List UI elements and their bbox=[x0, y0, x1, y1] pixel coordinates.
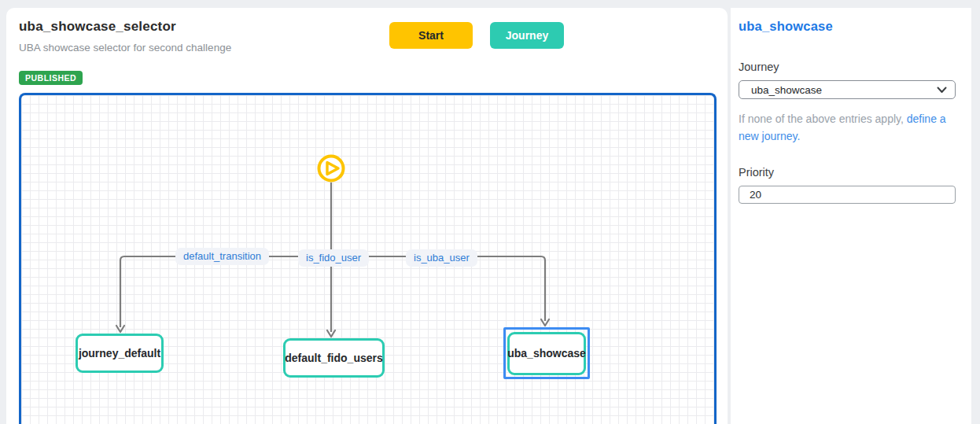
panel-title: uba_showcase bbox=[739, 19, 956, 34]
edge-label-default-transition[interactable]: default_transition bbox=[175, 248, 269, 265]
status-badge: PUBLISHED bbox=[19, 71, 83, 85]
journey-button[interactable]: Journey bbox=[490, 22, 564, 49]
priority-input[interactable] bbox=[739, 186, 956, 204]
flow-canvas[interactable]: default_transition is_fido_user is_uba_u… bbox=[19, 93, 717, 424]
play-icon[interactable] bbox=[319, 157, 344, 181]
page-title: uba_showcase_selector bbox=[19, 19, 176, 35]
journey-select-value: uba_showcase bbox=[751, 84, 937, 96]
help-text-prefix: If none of the above entries apply, bbox=[739, 112, 907, 125]
edge-label-is-uba-user[interactable]: is_uba_user bbox=[406, 249, 477, 267]
node-selection-outline: uba_showcase bbox=[503, 327, 590, 379]
chevron-down-icon bbox=[937, 87, 947, 94]
node-uba-showcase[interactable]: uba_showcase bbox=[507, 332, 586, 375]
flow-editor-card: uba_showcase_selector UBA showcase selec… bbox=[6, 8, 728, 424]
journey-select[interactable]: uba_showcase bbox=[739, 80, 956, 99]
properties-panel: uba_showcase Journey uba_showcase If non… bbox=[731, 8, 971, 424]
priority-field-label: Priority bbox=[739, 166, 956, 179]
node-journey-default[interactable]: journey_default bbox=[76, 334, 164, 373]
journey-field-label: Journey bbox=[739, 61, 956, 73]
node-default-fido-users[interactable]: default_fido_users bbox=[283, 338, 385, 378]
page-subtitle: UBA showcase selector for second challen… bbox=[19, 39, 239, 57]
edge-label-is-fido-user[interactable]: is_fido_user bbox=[298, 249, 369, 267]
start-button[interactable]: Start bbox=[389, 22, 473, 49]
journey-help-text: If none of the above entries apply, defi… bbox=[739, 111, 960, 145]
